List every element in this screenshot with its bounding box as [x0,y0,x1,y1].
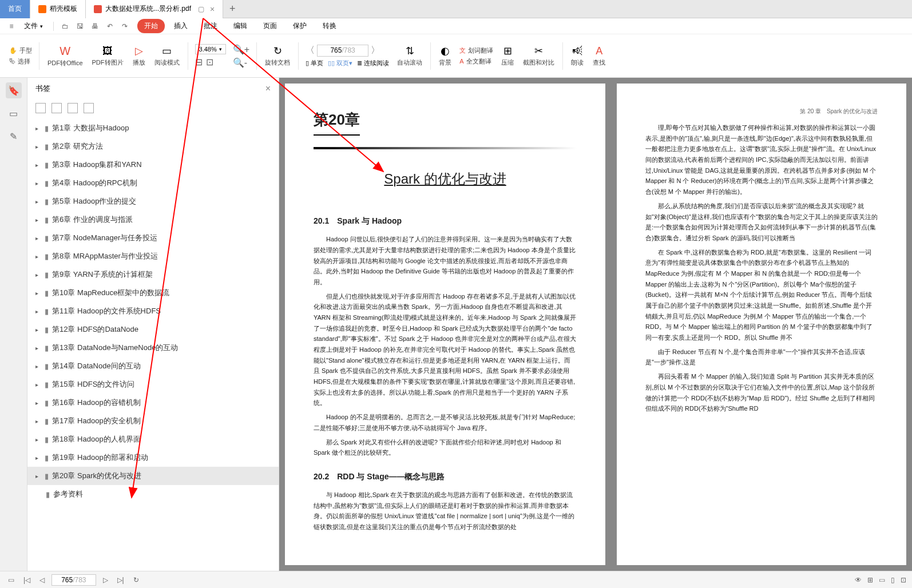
close-icon[interactable]: × [210,5,215,14]
status-icon-2[interactable]: ⊞ [867,576,873,584]
rotate-doc[interactable]: ↻ 旋转文档 [260,45,295,67]
read-mode[interactable]: ▭ 阅读模式 [150,45,184,67]
bookmark-item[interactable]: ▸▮第7章 NodeManager与任务投运 [27,229,279,247]
auto-scroll[interactable]: ⇅ 自动滚动 [392,45,427,67]
bm-tool-2[interactable] [51,103,62,113]
status-icon-5[interactable]: ⊡ [901,576,906,584]
menu-file[interactable]: 文件 ▾ [19,21,47,31]
paragraph: 那么 Spark 对此又有些什么样的改进呢? 下面就作些介绍和评述,同时也对 H… [314,437,577,458]
find[interactable]: A 查找 [588,45,610,67]
expand-arrow-icon: ▸ [35,162,41,168]
next-page-icon[interactable]: ▷ [101,576,110,584]
expand-arrow-icon: ▸ [35,473,41,479]
folder-icon[interactable]: 🗀 [60,21,71,32]
bookmark-item[interactable]: ▸▮第17章 Hadoop的安全机制 [27,412,279,430]
play-button[interactable]: ▷ 播放 [128,45,150,67]
book-icon: ▭ [162,45,172,57]
annotation-rail-icon[interactable]: ✎ [6,128,22,144]
expand-arrow-icon: ▸ [35,125,41,132]
menu-page[interactable]: 页面 [256,19,284,33]
tab-window-icon[interactable]: ▢ [198,5,204,13]
redo-icon[interactable]: ↷ [119,21,130,32]
zoom-input[interactable]: 3.48%▾ [195,44,226,54]
fit-width-icon[interactable]: ⊟ [195,57,203,67]
bookmark-item[interactable]: ▸▮第9章 YARN子系统的计算框架 [27,265,279,284]
page-indicator[interactable]: 765/783 [51,574,96,586]
single-page[interactable]: ▯ 单页 [306,59,323,67]
last-page-icon[interactable]: ▷| [115,576,126,584]
tab-home[interactable]: 首页 [0,0,30,18]
page-number-box[interactable]: 765/783 [317,45,368,57]
bookmark-item[interactable]: ▮参考资料 [27,485,279,503]
add-tab-button[interactable]: + [223,3,241,15]
bookmark-item[interactable]: ▸▮第10章 MapReduce框架中的数据流 [27,284,279,302]
menu-comment[interactable]: 批注 [197,19,224,33]
bookmark-label: 参考资料 [53,489,83,499]
view-mode-icon[interactable]: ▭ [6,576,17,584]
bookmark-item[interactable]: ▸▮第12章 HDFS的DataNode [27,320,279,339]
read-aloud[interactable]: 🕬 朗读 [566,45,588,67]
prev-page-icon[interactable]: 〈 [306,45,315,57]
bookmark-item[interactable]: ▸▮第5章 Hadoop作业的提交 [27,192,279,210]
menu-file-label: 文件 [24,21,38,31]
print-icon[interactable]: 🖶 [89,21,101,32]
paragraph: Hadoop 问世以后,很快便引起了人们的注意并得到采用。这一来是因为当时确实有… [314,234,577,287]
hand-tool[interactable]: ✋手型 [9,46,32,55]
select-tool[interactable]: ⮱选择 [9,57,32,66]
pdf-to-image[interactable]: 🖼 PDF转图片 [88,45,128,67]
bookmark-rail-icon[interactable]: 🔖 [6,82,22,98]
pdf-to-office[interactable]: W PDF转Office [43,45,88,67]
zoom-out-icon[interactable]: 🔍- [233,57,249,68]
bookmark-item[interactable]: ▸▮第18章 Hadoop的人机界面 [27,430,279,448]
bm-tool-4[interactable] [84,103,94,113]
tab-document[interactable]: 大数据处理系统...景分析.pdf ▢ × [86,0,223,18]
menu-protect[interactable]: 保护 [286,19,314,33]
menu-convert[interactable]: 转换 [316,19,343,33]
bookmark-item[interactable]: ▸▮第19章 Hadoop的部署和启动 [27,448,279,467]
chapter-title: Spark 的优化与改进 [314,166,577,191]
next-page-icon[interactable]: 〉 [371,45,380,57]
status-icon-3[interactable]: ▭ [879,576,885,584]
background[interactable]: ◐ 背景 [434,45,456,67]
double-page[interactable]: ▯▯ 双页▾ [328,59,352,67]
expand-arrow-icon: ▸ [35,253,41,260]
save-icon[interactable]: 🖫 [74,21,86,32]
menu-insert[interactable]: 插入 [167,19,195,33]
bookmark-item[interactable]: ▸▮第2章 研究方法 [27,137,279,156]
bookmark-item[interactable]: ▸▮第11章 Hadoop的文件系统HDFS [27,302,279,320]
bookmark-item[interactable]: ▸▮第8章 MRAppMaster与作业投运 [27,247,279,265]
bookmark-item[interactable]: ▸▮第1章 大数据与Hadoop [27,119,279,137]
bookmark-item[interactable]: ▸▮第3章 Hadoop集群和YARN [27,156,279,174]
bookmark-item[interactable]: ▸▮第4章 Hadoop的RPC机制 [27,174,279,192]
prev-page-icon[interactable]: ◁ [37,576,47,584]
status-icon-1[interactable]: 👁 [855,576,862,584]
menu-edit[interactable]: 编辑 [227,19,254,33]
undo-icon[interactable]: ↶ [104,21,116,32]
bookmark-item[interactable]: ▸▮第13章 DataNode与NameNode的互动 [27,339,279,357]
left-rail: 🔖 ▭ ✎ [0,78,27,571]
bookmark-item[interactable]: ▸▮第6章 作业的调度与指派 [27,210,279,229]
tab-template[interactable]: 稻壳模板 [30,0,86,18]
bm-tool-1[interactable] [35,103,46,113]
bookmark-label: 第16章 Hadoop的容错机制 [52,398,141,408]
word-translate[interactable]: 文划词翻译 [459,46,493,55]
menu-start[interactable]: 开始 [137,19,165,33]
document-view[interactable]: 第20章 Spark 的优化与改进 20.1 Spark 与 Hadoop Ha… [279,78,912,571]
screenshot-compare[interactable]: ✂ 截图和对比 [518,45,559,67]
compress[interactable]: ⊞ 压缩 [497,45,518,67]
thumbnail-rail-icon[interactable]: ▭ [6,105,22,121]
fit-page-icon[interactable]: ⊡ [206,57,213,67]
menu-hamburger-icon[interactable]: ≡ [6,21,17,32]
bookmark-item[interactable]: ▸▮第20章 Spark的优化与改进 [27,467,279,485]
full-translate[interactable]: A全文翻译 [459,57,493,66]
first-page-icon[interactable]: |◁ [21,576,33,584]
bm-tool-3[interactable] [68,103,78,113]
status-icon-4[interactable]: ▯ [891,576,895,584]
close-panel-icon[interactable]: × [265,84,271,94]
bookmark-item[interactable]: ▸▮第15章 HDFS的文件访问 [27,375,279,394]
bookmark-item[interactable]: ▸▮第14章 DataNode间的互动 [27,357,279,375]
continuous-read[interactable]: ≣ 连续阅读 [357,59,389,67]
bookmark-item[interactable]: ▸▮第16章 Hadoop的容错机制 [27,394,279,412]
zoom-in-icon[interactable]: 🔍+ [233,44,249,55]
refresh-icon[interactable]: ↻ [131,576,141,584]
